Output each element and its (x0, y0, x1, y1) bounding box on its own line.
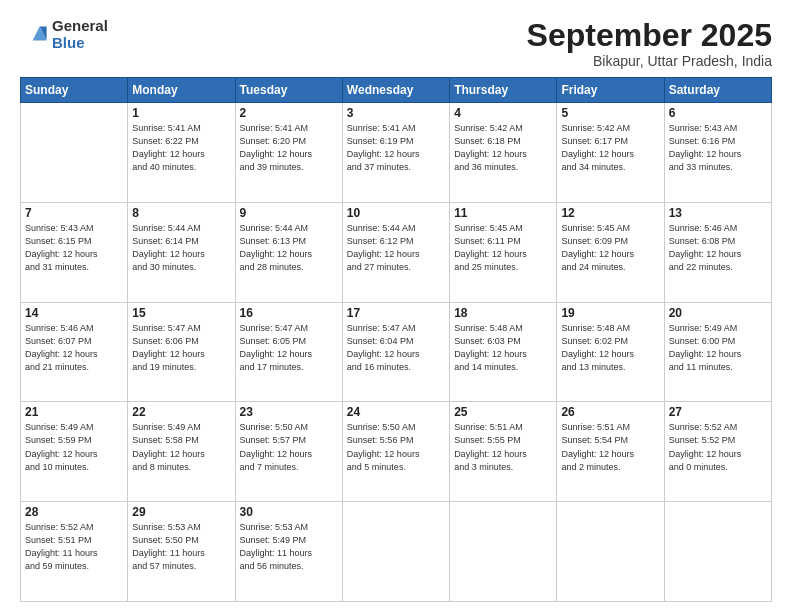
day-info: Sunrise: 5:41 AM Sunset: 6:20 PM Dayligh… (240, 122, 338, 174)
week-row-1: 1Sunrise: 5:41 AM Sunset: 6:22 PM Daylig… (21, 103, 772, 203)
cell-w3-d5: 19Sunrise: 5:48 AM Sunset: 6:02 PM Dayli… (557, 302, 664, 402)
weekday-header-row: Sunday Monday Tuesday Wednesday Thursday… (21, 78, 772, 103)
cell-w5-d4 (450, 502, 557, 602)
day-number: 17 (347, 306, 445, 320)
cell-w5-d6 (664, 502, 771, 602)
day-number: 20 (669, 306, 767, 320)
cell-w2-d4: 11Sunrise: 5:45 AM Sunset: 6:11 PM Dayli… (450, 202, 557, 302)
day-info: Sunrise: 5:46 AM Sunset: 6:07 PM Dayligh… (25, 322, 123, 374)
day-number: 7 (25, 206, 123, 220)
cell-w1-d5: 5Sunrise: 5:42 AM Sunset: 6:17 PM Daylig… (557, 103, 664, 203)
day-info: Sunrise: 5:51 AM Sunset: 5:55 PM Dayligh… (454, 421, 552, 473)
cell-w5-d2: 30Sunrise: 5:53 AM Sunset: 5:49 PM Dayli… (235, 502, 342, 602)
day-info: Sunrise: 5:45 AM Sunset: 6:09 PM Dayligh… (561, 222, 659, 274)
day-info: Sunrise: 5:44 AM Sunset: 6:14 PM Dayligh… (132, 222, 230, 274)
day-info: Sunrise: 5:49 AM Sunset: 5:58 PM Dayligh… (132, 421, 230, 473)
day-info: Sunrise: 5:50 AM Sunset: 5:56 PM Dayligh… (347, 421, 445, 473)
day-info: Sunrise: 5:47 AM Sunset: 6:06 PM Dayligh… (132, 322, 230, 374)
day-info: Sunrise: 5:52 AM Sunset: 5:52 PM Dayligh… (669, 421, 767, 473)
day-number: 26 (561, 405, 659, 419)
day-info: Sunrise: 5:43 AM Sunset: 6:15 PM Dayligh… (25, 222, 123, 274)
day-info: Sunrise: 5:48 AM Sunset: 6:02 PM Dayligh… (561, 322, 659, 374)
day-info: Sunrise: 5:45 AM Sunset: 6:11 PM Dayligh… (454, 222, 552, 274)
day-info: Sunrise: 5:53 AM Sunset: 5:49 PM Dayligh… (240, 521, 338, 573)
calendar-table: Sunday Monday Tuesday Wednesday Thursday… (20, 77, 772, 602)
cell-w2-d6: 13Sunrise: 5:46 AM Sunset: 6:08 PM Dayli… (664, 202, 771, 302)
header-tuesday: Tuesday (235, 78, 342, 103)
calendar-subtitle: Bikapur, Uttar Pradesh, India (527, 53, 772, 69)
day-number: 22 (132, 405, 230, 419)
logo: General Blue (20, 18, 108, 51)
cell-w5-d3 (342, 502, 449, 602)
week-row-4: 21Sunrise: 5:49 AM Sunset: 5:59 PM Dayli… (21, 402, 772, 502)
day-number: 30 (240, 505, 338, 519)
day-info: Sunrise: 5:52 AM Sunset: 5:51 PM Dayligh… (25, 521, 123, 573)
day-number: 23 (240, 405, 338, 419)
day-info: Sunrise: 5:44 AM Sunset: 6:12 PM Dayligh… (347, 222, 445, 274)
logo-icon (20, 21, 48, 49)
day-info: Sunrise: 5:50 AM Sunset: 5:57 PM Dayligh… (240, 421, 338, 473)
cell-w4-d5: 26Sunrise: 5:51 AM Sunset: 5:54 PM Dayli… (557, 402, 664, 502)
cell-w2-d0: 7Sunrise: 5:43 AM Sunset: 6:15 PM Daylig… (21, 202, 128, 302)
cell-w5-d1: 29Sunrise: 5:53 AM Sunset: 5:50 PM Dayli… (128, 502, 235, 602)
day-number: 15 (132, 306, 230, 320)
cell-w3-d3: 17Sunrise: 5:47 AM Sunset: 6:04 PM Dayli… (342, 302, 449, 402)
cell-w5-d0: 28Sunrise: 5:52 AM Sunset: 5:51 PM Dayli… (21, 502, 128, 602)
day-number: 2 (240, 106, 338, 120)
day-info: Sunrise: 5:44 AM Sunset: 6:13 PM Dayligh… (240, 222, 338, 274)
cell-w3-d0: 14Sunrise: 5:46 AM Sunset: 6:07 PM Dayli… (21, 302, 128, 402)
cell-w1-d3: 3Sunrise: 5:41 AM Sunset: 6:19 PM Daylig… (342, 103, 449, 203)
day-number: 12 (561, 206, 659, 220)
cell-w3-d2: 16Sunrise: 5:47 AM Sunset: 6:05 PM Dayli… (235, 302, 342, 402)
header-sunday: Sunday (21, 78, 128, 103)
cell-w2-d2: 9Sunrise: 5:44 AM Sunset: 6:13 PM Daylig… (235, 202, 342, 302)
day-number: 3 (347, 106, 445, 120)
cell-w3-d6: 20Sunrise: 5:49 AM Sunset: 6:00 PM Dayli… (664, 302, 771, 402)
day-number: 18 (454, 306, 552, 320)
cell-w3-d4: 18Sunrise: 5:48 AM Sunset: 6:03 PM Dayli… (450, 302, 557, 402)
cell-w3-d1: 15Sunrise: 5:47 AM Sunset: 6:06 PM Dayli… (128, 302, 235, 402)
header-monday: Monday (128, 78, 235, 103)
day-number: 16 (240, 306, 338, 320)
day-info: Sunrise: 5:53 AM Sunset: 5:50 PM Dayligh… (132, 521, 230, 573)
cell-w1-d2: 2Sunrise: 5:41 AM Sunset: 6:20 PM Daylig… (235, 103, 342, 203)
day-info: Sunrise: 5:41 AM Sunset: 6:22 PM Dayligh… (132, 122, 230, 174)
day-number: 24 (347, 405, 445, 419)
day-number: 5 (561, 106, 659, 120)
day-number: 27 (669, 405, 767, 419)
day-info: Sunrise: 5:42 AM Sunset: 6:17 PM Dayligh… (561, 122, 659, 174)
cell-w4-d4: 25Sunrise: 5:51 AM Sunset: 5:55 PM Dayli… (450, 402, 557, 502)
cell-w1-d6: 6Sunrise: 5:43 AM Sunset: 6:16 PM Daylig… (664, 103, 771, 203)
day-number: 21 (25, 405, 123, 419)
header-wednesday: Wednesday (342, 78, 449, 103)
cell-w4-d6: 27Sunrise: 5:52 AM Sunset: 5:52 PM Dayli… (664, 402, 771, 502)
logo-blue-text: Blue (52, 35, 108, 52)
day-number: 10 (347, 206, 445, 220)
day-info: Sunrise: 5:51 AM Sunset: 5:54 PM Dayligh… (561, 421, 659, 473)
cell-w4-d1: 22Sunrise: 5:49 AM Sunset: 5:58 PM Dayli… (128, 402, 235, 502)
day-info: Sunrise: 5:49 AM Sunset: 5:59 PM Dayligh… (25, 421, 123, 473)
day-number: 19 (561, 306, 659, 320)
header-friday: Friday (557, 78, 664, 103)
week-row-2: 7Sunrise: 5:43 AM Sunset: 6:15 PM Daylig… (21, 202, 772, 302)
cell-w4-d3: 24Sunrise: 5:50 AM Sunset: 5:56 PM Dayli… (342, 402, 449, 502)
day-info: Sunrise: 5:41 AM Sunset: 6:19 PM Dayligh… (347, 122, 445, 174)
cell-w1-d4: 4Sunrise: 5:42 AM Sunset: 6:18 PM Daylig… (450, 103, 557, 203)
day-number: 28 (25, 505, 123, 519)
day-info: Sunrise: 5:46 AM Sunset: 6:08 PM Dayligh… (669, 222, 767, 274)
day-number: 13 (669, 206, 767, 220)
cell-w2-d1: 8Sunrise: 5:44 AM Sunset: 6:14 PM Daylig… (128, 202, 235, 302)
day-number: 29 (132, 505, 230, 519)
day-info: Sunrise: 5:47 AM Sunset: 6:04 PM Dayligh… (347, 322, 445, 374)
day-info: Sunrise: 5:47 AM Sunset: 6:05 PM Dayligh… (240, 322, 338, 374)
header-thursday: Thursday (450, 78, 557, 103)
cell-w1-d1: 1Sunrise: 5:41 AM Sunset: 6:22 PM Daylig… (128, 103, 235, 203)
logo-general-text: General (52, 18, 108, 35)
day-info: Sunrise: 5:49 AM Sunset: 6:00 PM Dayligh… (669, 322, 767, 374)
day-number: 14 (25, 306, 123, 320)
day-number: 8 (132, 206, 230, 220)
week-row-3: 14Sunrise: 5:46 AM Sunset: 6:07 PM Dayli… (21, 302, 772, 402)
day-number: 1 (132, 106, 230, 120)
page-header: General Blue September 2025 Bikapur, Utt… (20, 18, 772, 69)
day-info: Sunrise: 5:43 AM Sunset: 6:16 PM Dayligh… (669, 122, 767, 174)
